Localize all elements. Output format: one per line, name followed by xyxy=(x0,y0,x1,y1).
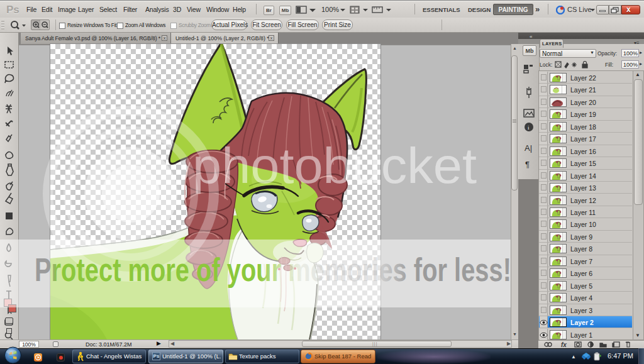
svg-text:fx: fx xyxy=(561,341,567,348)
svg-text:A|: A| xyxy=(525,143,532,153)
svg-text:Protect more of your memories: Protect more of your memories for less! xyxy=(35,251,511,288)
svg-text:¶: ¶ xyxy=(525,160,530,169)
svg-text:photobucket: photobucket xyxy=(192,138,477,194)
